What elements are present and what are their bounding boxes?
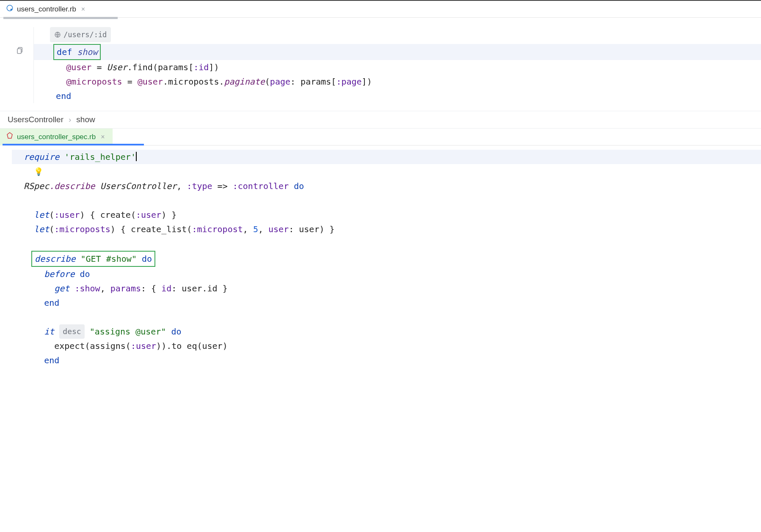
code-line: describe "GET #show" do: [24, 251, 761, 267]
close-icon[interactable]: ×: [99, 133, 106, 141]
code-line: def show: [34, 44, 761, 60]
active-tab-indicator: [3, 144, 144, 145]
bottom-code-editor[interactable]: require 'rails_helper' 💡 RSpec.describe …: [0, 145, 761, 375]
tab-filename: users_controller_spec.rb: [17, 133, 96, 141]
code-line: require 'rails_helper': [12, 150, 761, 164]
code-line: @user = User.find(params[:id]): [46, 60, 761, 74]
desc-pill[interactable]: desc: [59, 324, 84, 339]
code-line: end: [24, 353, 761, 367]
code-line: @microposts = @user.microposts.paginate(…: [46, 74, 761, 89]
tab-users-controller[interactable]: users_controller.rb ×: [0, 1, 93, 18]
globe-icon: [54, 31, 61, 38]
code-line: expect(assigns(:user)).to eq(user): [24, 339, 761, 353]
ruby-spec-icon: [6, 132, 14, 142]
close-icon[interactable]: ×: [80, 5, 87, 13]
text-cursor: [136, 152, 137, 161]
bottom-tab-bar: users_controller_spec.rb ×: [0, 129, 761, 145]
code-line: let(:user) { create(:user) }: [24, 208, 761, 222]
copy-icon[interactable]: [16, 44, 24, 58]
svg-rect-3: [17, 49, 21, 53]
editor-gutter: [0, 27, 34, 103]
def-show-highlight: def show: [53, 44, 101, 60]
code-line: [24, 236, 761, 251]
route-hint-chip[interactable]: /users/:id: [50, 27, 111, 42]
code-line: let(:microposts) { create_list(:micropos…: [24, 222, 761, 236]
bottom-editor-pane: users_controller_spec.rb × require 'rail…: [0, 129, 761, 375]
code-line: 💡: [24, 164, 761, 179]
code-line: [24, 193, 761, 208]
tab-underline: [3, 17, 118, 19]
svg-point-1: [11, 9, 13, 11]
chevron-right-icon: ›: [69, 115, 71, 124]
describe-highlight: describe "GET #show" do: [31, 251, 155, 267]
code-line: RSpec.describe UsersController, :type =>…: [24, 179, 761, 193]
ruby-file-icon: [6, 4, 14, 14]
top-code-editor[interactable]: /users/:id def show @user = User.find(pa…: [0, 18, 761, 111]
lightbulb-icon[interactable]: 💡: [34, 167, 43, 176]
code-line: get :show, params: { id: user.id }: [24, 281, 761, 296]
breadcrumb-controller[interactable]: UsersController: [8, 115, 63, 124]
code-line: end: [24, 296, 761, 310]
top-editor-pane: users_controller.rb × /users/:id def sho…: [0, 0, 761, 129]
top-tab-bar: users_controller.rb ×: [0, 1, 761, 18]
code-area: /users/:id def show @user = User.find(pa…: [34, 27, 761, 103]
breadcrumb-action[interactable]: show: [76, 115, 95, 124]
code-line: end: [46, 89, 761, 103]
code-line: it desc "assigns @user" do: [24, 324, 761, 339]
route-hint-text: /users/:id: [63, 27, 107, 42]
breadcrumb[interactable]: UsersController › show: [0, 111, 761, 129]
tab-users-controller-spec[interactable]: users_controller_spec.rb ×: [0, 129, 113, 145]
code-line: before do: [24, 267, 761, 281]
tab-filename: users_controller.rb: [17, 5, 76, 14]
code-line: [24, 310, 761, 324]
